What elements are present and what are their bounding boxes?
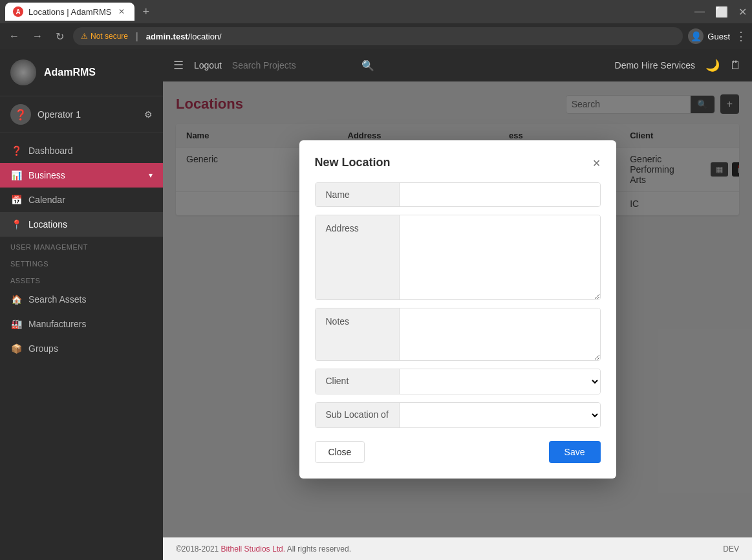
name-input[interactable]	[400, 183, 600, 206]
dark-mode-icon[interactable]: 🌙	[705, 58, 720, 72]
sidebar-item-groups[interactable]: 📦 Groups	[0, 336, 163, 361]
browser-profile-button[interactable]: 👤 Guest	[688, 28, 730, 44]
main-content: ☰ Logout 🔍 Demo Hire Services 🌙 🗒 Locati…	[163, 49, 752, 560]
notes-textarea[interactable]	[400, 308, 600, 360]
logo-image	[12, 61, 35, 84]
user-avatar: ❓	[10, 104, 31, 125]
dashboard-icon: ❓	[10, 145, 22, 156]
sidebar-nav: ❓ Dashboard 📊 Business ▾ 📅 Calendar 📍 Lo…	[0, 133, 163, 560]
company-name: Demo Hire Services	[615, 60, 695, 70]
locations-icon: 📍	[10, 219, 22, 230]
sidebar-item-label: Groups	[28, 343, 58, 354]
search-projects-input[interactable]	[232, 60, 361, 70]
sidebar-item-dashboard[interactable]: ❓ Dashboard	[0, 138, 163, 163]
maximize-button[interactable]: ⬜	[715, 6, 728, 18]
new-location-modal: New Location × Name Address N	[299, 140, 616, 479]
client-label: Client	[316, 369, 400, 394]
sub-location-select[interactable]	[400, 403, 600, 427]
sidebar-item-label: Manufacturers	[28, 319, 86, 329]
app-name: AdamRMS	[44, 67, 96, 78]
sidebar-item-manufacturers[interactable]: 🏭 Manufacturers	[0, 312, 163, 336]
url-separator: |	[136, 31, 138, 41]
form-row-address: Address	[315, 215, 601, 300]
app-container: AdamRMS ❓ Operator 1 ⚙ ❓ Dashboard 📊 Bus…	[0, 49, 752, 560]
modal-close-x-button[interactable]: ×	[593, 156, 601, 169]
warning-icon: ⚠	[81, 32, 88, 41]
search-projects-container: 🔍	[232, 59, 605, 72]
section-settings: SETTINGS	[0, 253, 163, 270]
browser-titlebar: A Locations | AdamRMS ✕ + — ⬜ ✕	[0, 0, 752, 23]
insecure-badge: ⚠ Not secure	[81, 32, 128, 41]
notes-label: Notes	[316, 308, 400, 360]
profile-name: Guest	[707, 32, 730, 41]
profile-icon: 👤	[688, 28, 704, 44]
topbar: ☰ Logout 🔍 Demo Hire Services 🌙 🗒	[163, 49, 752, 81]
minimize-button[interactable]: —	[694, 6, 705, 18]
sidebar-logo	[10, 59, 36, 85]
browser-right-controls: 👤 Guest ⋮	[688, 28, 747, 44]
modal-title: New Location	[315, 156, 391, 169]
sidebar-item-calendar[interactable]: 📅 Calendar	[0, 188, 163, 212]
section-assets: ASSETS	[0, 270, 163, 287]
browser-menu-button[interactable]: ⋮	[735, 29, 747, 43]
tab-close-button[interactable]: ✕	[116, 6, 127, 17]
name-label: Name	[316, 183, 400, 206]
browser-addressbar: ← → ↻ ⚠ Not secure | admin.test/location…	[0, 23, 752, 49]
close-window-button[interactable]: ✕	[738, 6, 747, 18]
save-button[interactable]: Save	[549, 441, 601, 463]
business-icon: 📊	[10, 169, 22, 181]
back-button[interactable]: ←	[5, 28, 23, 45]
insecure-label: Not secure	[91, 32, 128, 41]
client-select[interactable]	[400, 369, 600, 394]
footer: ©2018-2021 Bithell Studios Ltd. All righ…	[163, 537, 752, 560]
user-name: Operator 1	[38, 109, 138, 120]
groups-icon: 📦	[10, 343, 22, 354]
url-text: admin.test/location/	[146, 32, 222, 41]
sidebar-item-label: Calendar	[28, 195, 65, 205]
address-textarea[interactable]	[400, 215, 600, 299]
reload-button[interactable]: ↻	[52, 28, 68, 45]
sidebar-item-locations[interactable]: 📍 Locations	[0, 212, 163, 237]
sidebar-item-business[interactable]: 📊 Business ▾	[0, 163, 163, 188]
sub-location-label: Sub Location of	[316, 403, 400, 427]
modal-header: New Location ×	[315, 156, 601, 169]
footer-copyright: ©2018-2021 Bithell Studios Ltd. All righ…	[176, 544, 351, 554]
chevron-down-icon: ▾	[149, 171, 153, 180]
search-assets-icon: 🏠	[10, 294, 22, 305]
sidebar-user: ❓ Operator 1 ⚙	[0, 96, 163, 133]
forward-button[interactable]: →	[28, 28, 47, 45]
hamburger-icon[interactable]: ☰	[173, 58, 184, 72]
page-content: Locations 🔍 + Name Address ess Client	[163, 81, 752, 537]
sidebar-item-label: Business	[28, 170, 65, 180]
sidebar-item-label: Locations	[28, 219, 67, 230]
tab-title: Locations | AdamRMS	[28, 7, 111, 17]
favicon: A	[13, 6, 23, 17]
footer-company-link[interactable]: Bithell Studios Ltd.	[221, 544, 285, 554]
user-settings-gear-icon[interactable]: ⚙	[144, 109, 153, 120]
calendar-icon: 📅	[10, 194, 22, 206]
footer-version: DEV	[723, 544, 739, 554]
address-bar[interactable]: ⚠ Not secure | admin.test/location/	[73, 27, 683, 45]
form-row-sub-location: Sub Location of	[315, 402, 601, 428]
modal-footer: Close Save	[315, 441, 601, 463]
sidebar-header: AdamRMS	[0, 49, 163, 96]
logout-button[interactable]: Logout	[194, 60, 222, 70]
sidebar: AdamRMS ❓ Operator 1 ⚙ ❓ Dashboard 📊 Bus…	[0, 49, 163, 560]
browser-tab[interactable]: A Locations | AdamRMS ✕	[5, 3, 134, 21]
window-controls: — ⬜ ✕	[694, 6, 747, 18]
notifications-icon[interactable]: 🗒	[730, 59, 742, 72]
form-row-notes: Notes	[315, 308, 601, 361]
form-row-client: Client	[315, 369, 601, 394]
browser-chrome: A Locations | AdamRMS ✕ + — ⬜ ✕ ← → ↻ ⚠ …	[0, 0, 752, 49]
manufacturers-icon: 🏭	[10, 318, 22, 330]
search-projects-icon[interactable]: 🔍	[361, 59, 374, 72]
close-button[interactable]: Close	[315, 441, 365, 463]
sidebar-item-search-assets[interactable]: 🏠 Search Assets	[0, 287, 163, 312]
topbar-right: Demo Hire Services 🌙 🗒	[615, 58, 742, 72]
new-tab-button[interactable]: +	[140, 3, 152, 21]
address-label: Address	[316, 215, 400, 299]
form-row-name: Name	[315, 182, 601, 207]
address-textarea-wrap	[400, 215, 600, 299]
modal-overlay[interactable]: New Location × Name Address N	[163, 81, 752, 537]
sidebar-item-label: Dashboard	[28, 145, 73, 156]
